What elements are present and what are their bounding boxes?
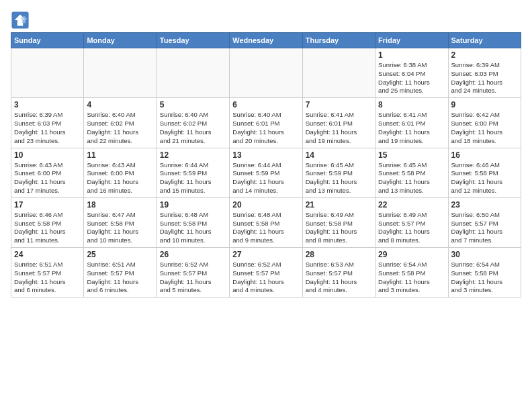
calendar-cell: 16Sunrise: 6:46 AM Sunset: 5:58 PM Dayli… xyxy=(448,148,521,197)
calendar-cell: 22Sunrise: 6:49 AM Sunset: 5:57 PM Dayli… xyxy=(375,197,448,247)
calendar-cell: 8Sunrise: 6:41 AM Sunset: 6:01 PM Daylig… xyxy=(375,98,448,148)
day-info: Sunrise: 6:48 AM Sunset: 5:58 PM Dayligh… xyxy=(160,211,226,245)
day-info: Sunrise: 6:39 AM Sunset: 6:03 PM Dayligh… xyxy=(14,111,81,145)
day-info: Sunrise: 6:43 AM Sunset: 6:00 PM Dayligh… xyxy=(14,161,81,195)
day-info: Sunrise: 6:51 AM Sunset: 5:57 PM Dayligh… xyxy=(14,261,81,295)
calendar-cell: 11Sunrise: 6:43 AM Sunset: 6:00 PM Dayli… xyxy=(84,148,157,197)
calendar-cell xyxy=(84,48,157,98)
weekday-header-saturday: Saturday xyxy=(448,33,521,48)
day-number: 11 xyxy=(87,150,153,160)
day-number: 7 xyxy=(306,100,372,109)
day-info: Sunrise: 6:40 AM Sunset: 6:02 PM Dayligh… xyxy=(87,111,153,145)
calendar-cell: 24Sunrise: 6:51 AM Sunset: 5:57 PM Dayli… xyxy=(11,248,84,298)
day-number: 26 xyxy=(160,250,226,259)
day-info: Sunrise: 6:41 AM Sunset: 6:01 PM Dayligh… xyxy=(306,111,372,145)
day-number: 20 xyxy=(232,200,299,210)
weekday-header-thursday: Thursday xyxy=(302,33,375,48)
day-number: 18 xyxy=(87,200,153,210)
day-number: 13 xyxy=(232,150,299,160)
logo-icon xyxy=(11,11,30,30)
day-info: Sunrise: 6:46 AM Sunset: 5:58 PM Dayligh… xyxy=(14,211,81,245)
calendar-cell: 4Sunrise: 6:40 AM Sunset: 6:02 PM Daylig… xyxy=(84,98,157,148)
day-number: 30 xyxy=(451,250,518,259)
day-info: Sunrise: 6:50 AM Sunset: 5:57 PM Dayligh… xyxy=(451,211,518,245)
header xyxy=(11,11,521,30)
day-number: 17 xyxy=(14,200,81,210)
day-info: Sunrise: 6:54 AM Sunset: 5:58 PM Dayligh… xyxy=(451,261,518,295)
calendar-cell: 19Sunrise: 6:48 AM Sunset: 5:58 PM Dayli… xyxy=(157,197,229,247)
weekday-header-wednesday: Wednesday xyxy=(230,33,302,48)
calendar-cell: 30Sunrise: 6:54 AM Sunset: 5:58 PM Dayli… xyxy=(448,248,521,298)
day-info: Sunrise: 6:46 AM Sunset: 5:58 PM Dayligh… xyxy=(451,161,518,195)
week-row-5: 24Sunrise: 6:51 AM Sunset: 5:57 PM Dayli… xyxy=(11,248,521,298)
weekday-header-friday: Friday xyxy=(375,33,448,48)
day-info: Sunrise: 6:49 AM Sunset: 5:57 PM Dayligh… xyxy=(378,211,445,245)
calendar-cell: 9Sunrise: 6:42 AM Sunset: 6:00 PM Daylig… xyxy=(448,98,521,148)
calendar-cell: 3Sunrise: 6:39 AM Sunset: 6:03 PM Daylig… xyxy=(11,98,84,148)
day-info: Sunrise: 6:40 AM Sunset: 6:02 PM Dayligh… xyxy=(160,111,226,145)
day-number: 25 xyxy=(87,250,153,259)
calendar-cell: 14Sunrise: 6:45 AM Sunset: 5:59 PM Dayli… xyxy=(302,148,375,197)
calendar-cell: 26Sunrise: 6:52 AM Sunset: 5:57 PM Dayli… xyxy=(157,248,229,298)
week-row-3: 10Sunrise: 6:43 AM Sunset: 6:00 PM Dayli… xyxy=(11,148,521,197)
day-number: 4 xyxy=(87,100,153,109)
logo xyxy=(11,11,32,30)
day-info: Sunrise: 6:52 AM Sunset: 5:57 PM Dayligh… xyxy=(160,261,226,295)
day-number: 14 xyxy=(306,150,372,160)
week-row-1: 1Sunrise: 6:38 AM Sunset: 6:04 PM Daylig… xyxy=(11,48,521,98)
day-number: 16 xyxy=(451,150,518,160)
calendar-cell: 20Sunrise: 6:48 AM Sunset: 5:58 PM Dayli… xyxy=(230,197,302,247)
day-info: Sunrise: 6:45 AM Sunset: 5:59 PM Dayligh… xyxy=(306,161,372,195)
day-number: 2 xyxy=(451,50,518,60)
weekday-header-monday: Monday xyxy=(84,33,157,48)
calendar-cell: 12Sunrise: 6:44 AM Sunset: 5:59 PM Dayli… xyxy=(157,148,229,197)
day-number: 6 xyxy=(232,100,299,109)
day-number: 27 xyxy=(232,250,299,259)
day-info: Sunrise: 6:40 AM Sunset: 6:01 PM Dayligh… xyxy=(232,111,299,145)
calendar-cell: 7Sunrise: 6:41 AM Sunset: 6:01 PM Daylig… xyxy=(302,98,375,148)
calendar-cell: 17Sunrise: 6:46 AM Sunset: 5:58 PM Dayli… xyxy=(11,197,84,247)
calendar-cell: 27Sunrise: 6:52 AM Sunset: 5:57 PM Dayli… xyxy=(230,248,302,298)
calendar-cell: 21Sunrise: 6:49 AM Sunset: 5:58 PM Dayli… xyxy=(302,197,375,247)
weekday-header-sunday: Sunday xyxy=(11,33,84,48)
calendar-cell: 29Sunrise: 6:54 AM Sunset: 5:58 PM Dayli… xyxy=(375,248,448,298)
calendar-cell: 1Sunrise: 6:38 AM Sunset: 6:04 PM Daylig… xyxy=(375,48,448,98)
calendar-cell: 18Sunrise: 6:47 AM Sunset: 5:58 PM Dayli… xyxy=(84,197,157,247)
calendar-cell: 13Sunrise: 6:44 AM Sunset: 5:59 PM Dayli… xyxy=(230,148,302,197)
day-info: Sunrise: 6:48 AM Sunset: 5:58 PM Dayligh… xyxy=(232,211,299,245)
calendar-cell: 5Sunrise: 6:40 AM Sunset: 6:02 PM Daylig… xyxy=(157,98,229,148)
day-info: Sunrise: 6:51 AM Sunset: 5:57 PM Dayligh… xyxy=(87,261,153,295)
day-number: 28 xyxy=(306,250,372,259)
calendar: SundayMondayTuesdayWednesdayThursdayFrid… xyxy=(11,32,521,298)
day-number: 23 xyxy=(451,200,518,210)
week-row-2: 3Sunrise: 6:39 AM Sunset: 6:03 PM Daylig… xyxy=(11,98,521,148)
day-number: 29 xyxy=(378,250,445,259)
weekday-header-row: SundayMondayTuesdayWednesdayThursdayFrid… xyxy=(11,33,521,48)
day-number: 8 xyxy=(378,100,445,109)
day-number: 9 xyxy=(451,100,518,109)
day-info: Sunrise: 6:49 AM Sunset: 5:58 PM Dayligh… xyxy=(306,211,372,245)
calendar-cell: 6Sunrise: 6:40 AM Sunset: 6:01 PM Daylig… xyxy=(230,98,302,148)
day-info: Sunrise: 6:53 AM Sunset: 5:57 PM Dayligh… xyxy=(306,261,372,295)
calendar-cell: 10Sunrise: 6:43 AM Sunset: 6:00 PM Dayli… xyxy=(11,148,84,197)
calendar-cell: 25Sunrise: 6:51 AM Sunset: 5:57 PM Dayli… xyxy=(84,248,157,298)
day-number: 3 xyxy=(14,100,81,109)
weekday-header-tuesday: Tuesday xyxy=(157,33,229,48)
calendar-cell: 28Sunrise: 6:53 AM Sunset: 5:57 PM Dayli… xyxy=(302,248,375,298)
day-info: Sunrise: 6:39 AM Sunset: 6:03 PM Dayligh… xyxy=(451,61,518,95)
day-info: Sunrise: 6:47 AM Sunset: 5:58 PM Dayligh… xyxy=(87,211,153,245)
day-info: Sunrise: 6:54 AM Sunset: 5:58 PM Dayligh… xyxy=(378,261,445,295)
calendar-cell xyxy=(11,48,84,98)
day-info: Sunrise: 6:52 AM Sunset: 5:57 PM Dayligh… xyxy=(232,261,299,295)
week-row-4: 17Sunrise: 6:46 AM Sunset: 5:58 PM Dayli… xyxy=(11,197,521,247)
day-info: Sunrise: 6:44 AM Sunset: 5:59 PM Dayligh… xyxy=(160,161,226,195)
calendar-cell: 23Sunrise: 6:50 AM Sunset: 5:57 PM Dayli… xyxy=(448,197,521,247)
calendar-cell: 15Sunrise: 6:45 AM Sunset: 5:58 PM Dayli… xyxy=(375,148,448,197)
calendar-cell: 2Sunrise: 6:39 AM Sunset: 6:03 PM Daylig… xyxy=(448,48,521,98)
day-number: 22 xyxy=(378,200,445,210)
day-number: 15 xyxy=(378,150,445,160)
day-number: 5 xyxy=(160,100,226,109)
day-info: Sunrise: 6:45 AM Sunset: 5:58 PM Dayligh… xyxy=(378,161,445,195)
day-info: Sunrise: 6:38 AM Sunset: 6:04 PM Dayligh… xyxy=(378,61,445,95)
day-number: 10 xyxy=(14,150,81,160)
